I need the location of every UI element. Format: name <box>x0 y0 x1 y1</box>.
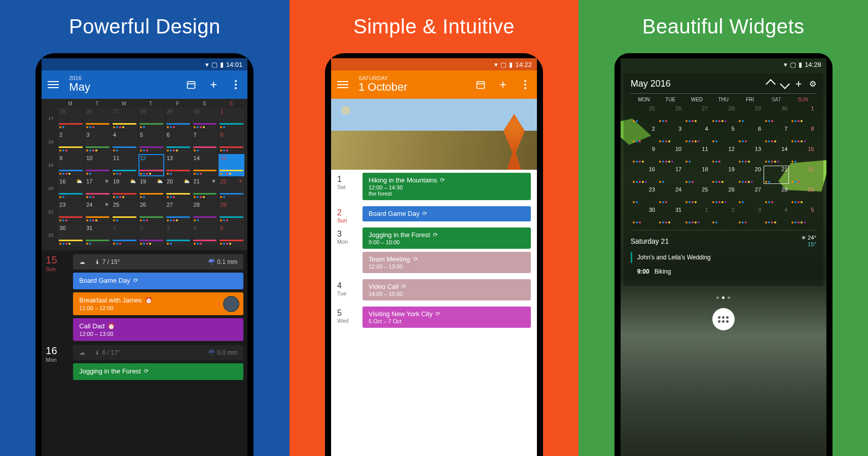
calendar-day-cell[interactable]: 7 <box>192 131 218 153</box>
calendar-day-cell[interactable]: 19⛅ <box>138 177 164 200</box>
widget-day-cell[interactable]: 31 <box>657 206 683 225</box>
widget-day-cell[interactable]: 17 <box>657 165 683 184</box>
next-month-icon[interactable] <box>780 79 790 89</box>
widget-day-cell[interactable]: 6 <box>737 125 763 144</box>
widget-day-cell[interactable]: 14 <box>763 145 789 164</box>
widget-day-cell[interactable]: 10 <box>657 145 683 164</box>
widget-day-cell[interactable]: 22 <box>789 165 816 184</box>
calendar-day-cell[interactable]: 3 <box>165 224 191 246</box>
widget-day-cell[interactable]: 18 <box>683 165 710 184</box>
widget-day-cell[interactable]: 28 <box>710 104 737 124</box>
calendar-day-cell[interactable]: 3 <box>85 131 111 153</box>
calendar-day-cell[interactable]: 4 <box>112 131 137 153</box>
calendar-day-cell[interactable]: 27 <box>112 107 137 130</box>
calendar-day-cell[interactable]: 22☀ <box>219 177 244 200</box>
widget-day-cell[interactable]: 8 <box>789 125 816 144</box>
widget-day-cell[interactable]: 9 <box>631 145 657 164</box>
widget-event[interactable]: 9:00 Biking <box>631 266 816 277</box>
calendar-day-cell[interactable]: 6 <box>165 131 191 153</box>
month-grid[interactable]: 1725262728293011823456781991011121314152… <box>42 107 247 250</box>
widget-day-cell[interactable]: 7 <box>763 125 789 144</box>
agenda-event[interactable]: Jogging in the Forest⟳ <box>73 363 243 380</box>
calendar-day-cell[interactable]: 26 <box>138 201 164 223</box>
overflow-menu-icon[interactable] <box>520 79 531 90</box>
calendar-day-cell[interactable]: 1 <box>219 107 244 130</box>
calendar-day-cell[interactable]: 30 <box>192 107 218 130</box>
widget-day-cell[interactable]: 28 <box>763 185 789 205</box>
calendar-day-cell[interactable]: 14 <box>192 154 218 176</box>
calendar-day-cell[interactable]: 13 <box>165 154 191 176</box>
widget-day-cell[interactable]: 27 <box>683 104 710 124</box>
widget-day-cell[interactable]: 2 <box>631 125 657 144</box>
calendar-day-cell[interactable]: 12 <box>138 154 164 176</box>
agenda-event[interactable]: Video Call⟳14:00 – 15:00 <box>363 279 531 300</box>
calendar-day-cell[interactable]: 5 <box>138 131 164 153</box>
agenda-event[interactable]: Visiting New York City⟳5 Oct – 7 Oct <box>363 307 531 328</box>
agenda-event[interactable]: Call Dad⏰12:00 – 13:00 <box>73 318 243 341</box>
agenda-event[interactable]: Breakfast with James⏰11:00 – 12:00 <box>73 292 243 315</box>
widget-day-cell[interactable]: 29 <box>737 104 763 124</box>
widget-day-cell[interactable]: 5 <box>789 206 816 225</box>
appbar-title[interactable]: SATURDAY 1 October <box>358 75 475 93</box>
calendar-day-cell[interactable]: 31 <box>85 224 111 246</box>
widget-day-cell[interactable]: 15 <box>789 145 816 164</box>
calendar-day-cell[interactable]: 8 <box>219 131 244 153</box>
agenda-event[interactable]: Team Meeting⟳12:00 – 13:00 <box>363 252 531 273</box>
calendar-day-cell[interactable]: 28 <box>192 201 218 223</box>
agenda-list[interactable]: 1SatHiking in the Mountains⟳12:00 – 14:3… <box>331 170 537 331</box>
calendar-day-cell[interactable]: 2 <box>138 224 164 246</box>
widget-day-cell[interactable]: 26 <box>657 104 683 124</box>
agenda-event[interactable]: Board Game Day⟳ <box>363 206 531 221</box>
today-icon[interactable] <box>475 79 486 90</box>
widget-day-cell[interactable]: 4 <box>683 125 710 144</box>
widget-day-cell[interactable]: 24 <box>657 185 683 205</box>
calendar-day-cell[interactable]: 17☀ <box>85 177 111 200</box>
agenda-event[interactable]: Jogging in the Forest⟳9:00 – 10:00 <box>363 227 531 249</box>
today-icon[interactable] <box>186 79 197 90</box>
widget-day-cell[interactable]: 30 <box>631 206 657 225</box>
widget-day-cell[interactable]: 3 <box>737 206 763 225</box>
agenda-event[interactable]: Hiking in the Mountains⟳12:00 – 14:30the… <box>363 173 531 200</box>
widget-day-cell[interactable]: 27 <box>737 185 763 205</box>
settings-icon[interactable]: ⚙ <box>809 79 816 89</box>
widget-day-cell[interactable]: 11 <box>683 145 710 164</box>
widget-day-cell[interactable]: 3 <box>657 125 683 144</box>
menu-icon[interactable] <box>48 79 59 90</box>
calendar-day-cell[interactable]: 28 <box>138 107 164 130</box>
calendar-day-cell[interactable]: 15 <box>219 154 244 176</box>
calendar-day-cell[interactable]: 9 <box>58 154 84 176</box>
calendar-day-cell[interactable]: 24☀ <box>85 201 111 223</box>
add-button[interactable]: + <box>208 79 219 90</box>
calendar-day-cell[interactable]: 25 <box>58 107 84 130</box>
add-event-icon[interactable]: + <box>795 81 802 88</box>
calendar-day-cell[interactable]: 10 <box>85 154 111 176</box>
calendar-day-cell[interactable]: 21☀ <box>192 177 218 200</box>
calendar-day-cell[interactable]: 27 <box>165 201 191 223</box>
calendar-day-cell[interactable]: 11 <box>112 154 137 176</box>
widget-day-cell[interactable]: 26 <box>710 185 737 205</box>
widget-day-cell[interactable]: 5 <box>710 125 737 144</box>
calendar-day-cell[interactable]: 18⛅ <box>112 177 137 200</box>
widget-day-cell[interactable]: 30 <box>763 104 789 124</box>
page-indicator[interactable] <box>621 296 826 299</box>
calendar-day-cell[interactable]: 29 <box>165 107 191 130</box>
calendar-day-cell[interactable]: 29 <box>219 201 244 223</box>
appbar-title[interactable]: 2016 May <box>69 75 186 93</box>
calendar-widget[interactable]: May 2016 + ⚙ MONTUEWEDTHUFRISATSUN 25262… <box>624 73 823 286</box>
calendar-day-cell[interactable]: 16⛅ <box>58 177 84 200</box>
widget-day-cell[interactable]: 1 <box>789 104 816 124</box>
calendar-day-cell[interactable]: 5 <box>219 224 244 246</box>
widget-day-cell[interactable]: 12 <box>710 145 737 164</box>
widget-day-cell[interactable]: 25 <box>631 104 657 124</box>
overflow-menu-icon[interactable] <box>230 79 241 90</box>
calendar-day-cell[interactable]: 20⛅ <box>165 177 191 200</box>
prev-month-icon[interactable] <box>766 79 776 89</box>
calendar-day-cell[interactable]: 26 <box>85 107 111 130</box>
calendar-day-cell[interactable]: 2 <box>58 131 84 153</box>
widget-day-cell[interactable]: 23 <box>631 185 657 205</box>
widget-event[interactable]: John's and Leila's Wedding <box>631 252 816 263</box>
widget-day-cell[interactable]: 29 <box>789 185 816 205</box>
widget-day-cell[interactable]: 4 <box>763 206 789 225</box>
agenda-list[interactable]: 15Sun☁🌡 7 / 15°☔ 0.1 mmBoard Game Day⟳Br… <box>42 250 247 380</box>
widget-day-cell[interactable]: 2 <box>710 206 737 225</box>
